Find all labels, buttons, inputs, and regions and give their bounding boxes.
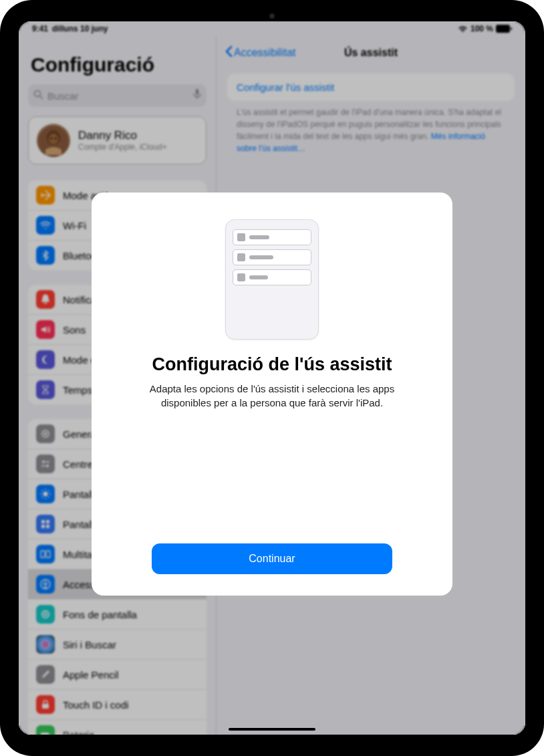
- modal-description: Adapta les opcions de l'ús assistit i se…: [132, 382, 412, 410]
- modal-sheet: Configuració de l'ús assistit Adapta les…: [92, 193, 452, 596]
- device-camera: [269, 13, 275, 19]
- continue-button[interactable]: Continuar: [152, 543, 392, 574]
- illustration: [225, 219, 319, 340]
- modal-title: Configuració de l'ús assistit: [118, 354, 426, 375]
- home-indicator[interactable]: [229, 728, 315, 731]
- modal-overlay: Configuració de l'ús assistit Adapta les…: [19, 21, 525, 735]
